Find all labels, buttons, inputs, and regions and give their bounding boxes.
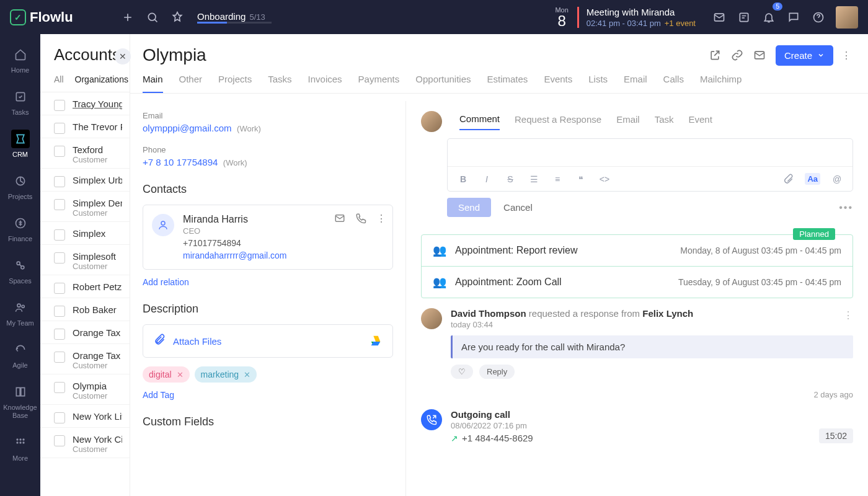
checkbox[interactable] (54, 382, 65, 393)
mention-icon[interactable]: @ (830, 174, 844, 184)
search-icon[interactable] (140, 5, 165, 30)
appointment-item[interactable]: 👥 Appointment: Zoom Call Tuesday, 9 of A… (422, 266, 852, 298)
account-row[interactable]: The Trevor Project (40, 115, 130, 138)
remove-tag-icon[interactable]: ✕ (177, 370, 184, 379)
nav-finance[interactable]: Finance (0, 209, 40, 247)
contact-call-icon[interactable] (355, 213, 366, 226)
open-external-icon[interactable] (704, 44, 726, 66)
checkbox[interactable] (54, 412, 65, 423)
filter-all[interactable]: All (54, 74, 64, 84)
nav-crm[interactable]: CRM (0, 125, 40, 163)
email-link[interactable]: olympppi@gmail.com (143, 123, 232, 133)
checkbox[interactable] (54, 283, 65, 294)
send-button[interactable]: Send (447, 198, 491, 217)
account-row[interactable]: Simplex Urban (40, 169, 130, 192)
close-panel-button[interactable]: ✕ (115, 48, 131, 64)
composer-tab-response[interactable]: Request a Response (515, 114, 601, 130)
nav-kb[interactable]: Knowledge Base (0, 378, 40, 425)
email-icon[interactable] (748, 44, 771, 66)
tab-calls[interactable]: Calls (663, 74, 684, 93)
filter-organizations[interactable]: Organizations (75, 74, 128, 84)
google-drive-icon[interactable] (369, 334, 383, 348)
composer-input[interactable] (448, 139, 852, 166)
nav-agile[interactable]: Agile (0, 335, 40, 374)
checkbox[interactable] (54, 100, 65, 111)
checkbox[interactable] (54, 435, 65, 446)
bell-icon[interactable]: 5 (756, 5, 781, 30)
checkbox[interactable] (54, 329, 65, 340)
pin-icon[interactable] (165, 5, 190, 30)
tab-events[interactable]: Events (544, 74, 572, 93)
checkbox[interactable] (54, 199, 65, 210)
quote-icon[interactable]: ❝ (574, 174, 588, 184)
tab-tasks[interactable]: Tasks (268, 74, 291, 93)
link-icon[interactable] (726, 44, 748, 66)
like-button[interactable]: ♡ (451, 365, 473, 379)
account-row[interactable]: New York CityCustomer (40, 428, 130, 458)
attach-files-box[interactable]: Attach Files (143, 324, 393, 358)
add-relation-link[interactable]: Add relation (143, 277, 189, 287)
contact-more-icon[interactable]: ⋮ (376, 213, 386, 226)
tab-email[interactable]: Email (624, 74, 647, 93)
remove-tag-icon[interactable]: ✕ (244, 370, 250, 379)
attach-icon[interactable] (781, 174, 795, 185)
italic-icon[interactable]: I (480, 174, 494, 184)
next-event[interactable]: Meeting with Miranda 02:41 pm - 03:41 pm… (587, 7, 696, 28)
onboarding-progress[interactable]: Onboarding 5/13 (197, 11, 272, 24)
reply-button[interactable]: Reply (479, 365, 515, 379)
account-row[interactable]: TexfordCustomer (40, 138, 130, 169)
checkbox[interactable] (54, 176, 65, 187)
tab-main[interactable]: Main (143, 74, 163, 93)
tab-invoices[interactable]: Invoices (308, 74, 342, 93)
composer-tab-comment[interactable]: Comment (459, 113, 500, 130)
nav-projects[interactable]: Projects (0, 167, 40, 205)
composer-tab-email[interactable]: Email (616, 114, 640, 130)
brand-logo[interactable]: Flowlu (10, 9, 115, 25)
chat-icon[interactable] (781, 5, 806, 30)
nav-team[interactable]: My Team (0, 293, 40, 332)
add-icon[interactable] (115, 5, 140, 30)
nav-more[interactable]: More (0, 428, 40, 467)
checkbox[interactable] (54, 146, 65, 157)
feed-item-more-icon[interactable]: ⋮ (843, 309, 853, 321)
account-row[interactable]: Simplex DemoCustomer (40, 192, 130, 222)
tab-opportunities[interactable]: Opportunities (415, 74, 471, 93)
bold-icon[interactable]: B (456, 174, 470, 184)
account-row[interactable]: Rob Baker (40, 298, 130, 321)
checkbox[interactable] (54, 229, 65, 241)
account-row[interactable]: Orange Tax Pro (40, 321, 130, 344)
composer-tab-task[interactable]: Task (655, 114, 674, 130)
tab-mailchimp[interactable]: Mailchimp (700, 74, 742, 93)
account-row[interactable]: SimplesoftCustomer (40, 245, 130, 275)
contact-email-icon[interactable] (334, 213, 345, 226)
composer-tab-event[interactable]: Event (688, 114, 712, 130)
code-icon[interactable]: <> (598, 174, 611, 184)
tab-other[interactable]: Other (179, 74, 203, 93)
nav-spaces[interactable]: Spaces (0, 251, 40, 290)
nav-tasks[interactable]: Tasks (0, 82, 40, 121)
nav-home[interactable]: Home (0, 40, 40, 79)
tab-estimates[interactable]: Estimates (487, 74, 528, 93)
text-format-icon[interactable]: Aa (805, 173, 820, 185)
help-icon[interactable] (806, 5, 831, 30)
more-icon[interactable]: ⋮ (837, 44, 856, 66)
tag-digital[interactable]: digital✕ (143, 366, 190, 383)
account-row[interactable]: Robert Petz (40, 275, 130, 298)
create-button[interactable]: Create (776, 45, 833, 66)
checkbox[interactable] (54, 352, 65, 363)
contact-email-link[interactable]: mirandaharrrrr@gmail.com (183, 250, 286, 260)
checkbox[interactable] (54, 252, 65, 264)
phone-link[interactable]: +7 8 10 17754894 (143, 157, 218, 167)
checkbox[interactable] (54, 306, 65, 317)
cancel-button[interactable]: Cancel (503, 202, 533, 213)
account-row[interactable]: Orange TaxCustomer (40, 344, 130, 374)
account-row[interactable]: Simplex (40, 222, 130, 245)
account-row[interactable]: OlympiaCustomer (40, 374, 130, 405)
bullet-list-icon[interactable]: ☰ (527, 174, 541, 184)
checkbox[interactable] (54, 123, 65, 134)
strikethrough-icon[interactable]: S (503, 174, 517, 184)
contact-card[interactable]: Miranda Harris CEO +71017754894 mirandah… (143, 205, 393, 270)
tab-lists[interactable]: Lists (588, 74, 608, 93)
tab-projects[interactable]: Projects (218, 74, 252, 93)
composer-more-icon[interactable]: ••• (839, 202, 853, 213)
